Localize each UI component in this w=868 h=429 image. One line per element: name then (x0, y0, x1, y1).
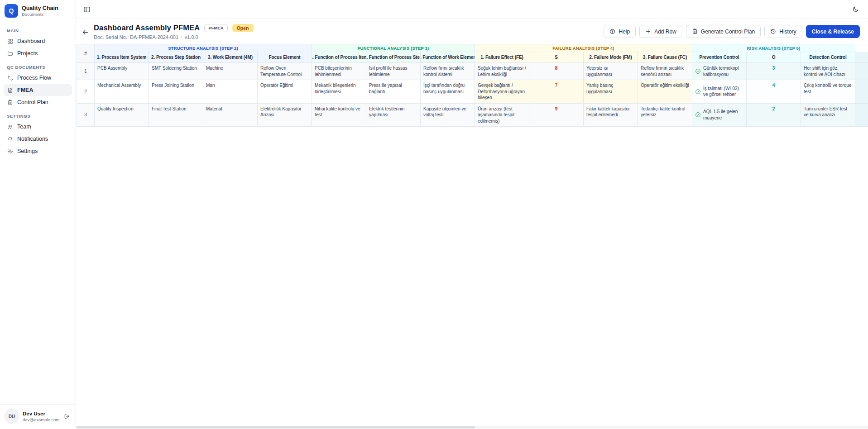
horizontal-scrollbar (76, 426, 868, 429)
sidebar-item-notifications[interactable]: Notifications (4, 133, 72, 145)
cell-func-work-element[interactable]: Reflow fırını sıcaklık kontrol sistemi (421, 63, 475, 80)
fmea-table: # STRUCTURE ANALYSIS (STEP 2)FUNCTIONAL … (77, 44, 868, 127)
sidebar-item-dashboard[interactable]: Dashboard (4, 35, 72, 47)
cell-prevention-control[interactable]: Günlük termokopl kalibrasyonu (692, 63, 747, 80)
cell-failure-cause[interactable]: Operatör eğitim eksikliği (638, 80, 692, 104)
check-circle-icon (695, 89, 701, 95)
column-header-focus-element: Focus Element (258, 52, 312, 63)
cell-detection-control[interactable]: Çıkış kontrolü ve torque test (801, 80, 855, 104)
cell-failure-effect[interactable]: Ürün arızası (test aşamasında tespit edi… (475, 104, 529, 127)
sidebar-item-projects[interactable]: Projects (4, 48, 72, 59)
dot-separator: · (181, 34, 182, 40)
column-header-row: 1. Process Item System2. Process Step St… (95, 52, 868, 63)
cell-process-step[interactable]: Press Joining Station (149, 80, 203, 104)
cell-failure-effect[interactable]: Soğuk lehim bağlantısı / Lehim eksikliği (475, 63, 529, 80)
cell-process-step[interactable]: Final Test Station (149, 104, 203, 127)
check-circle-icon (695, 68, 701, 74)
cell-cutoff (855, 80, 868, 104)
status-badge: Open (232, 24, 254, 32)
group-functional-analysis-step-3: FUNCTIONAL ANALYSIS (STEP 3) (312, 44, 475, 52)
cell-func-process-step[interactable]: Elektrik testlerinin yapılması (366, 104, 421, 127)
cell-process-item[interactable]: Quality Inspection (95, 104, 149, 127)
sidebar-item-label: Projects (17, 50, 38, 57)
cell-severity[interactable]: 8 (529, 63, 584, 80)
column-header-3-work-element-4m: 3. Work Element (4M) (203, 52, 258, 63)
prevention-text: AQL 1.5 ile gelen muayene (703, 109, 743, 121)
sidebar-item-control-plan[interactable]: Control Plan (4, 96, 72, 108)
cell-func-process-item[interactable]: PCB bileşenlerinin lehimlenmesi (312, 63, 366, 80)
history-icon (770, 29, 776, 34)
column-header-2-process-step-station: 2. Process Step Station (149, 52, 203, 63)
cell-func-process-item[interactable]: Nihai kalite kontrolü ve test (312, 104, 366, 127)
user-panel: DU Dev User dev@example.com (0, 404, 76, 429)
horizontal-scrollbar-thumb[interactable] (77, 426, 475, 429)
generate-control-plan-button[interactable]: Generate Control Plan (686, 25, 761, 38)
cell-prevention-control[interactable]: İş talimatı (WI-02) ve görsel rehber (692, 80, 747, 104)
cell-occurrence[interactable]: 3 (747, 63, 801, 80)
sidebar-item-settings[interactable]: Settings (4, 145, 72, 157)
cell-work-element[interactable]: Man (203, 80, 258, 104)
user-name: Dev User (23, 410, 59, 417)
cell-failure-effect[interactable]: Gevşek bağlantı / Deformasyona uğrayan b… (475, 80, 529, 104)
column-header-1-function-of-process-item: 1. Function of Process Item (312, 52, 366, 63)
table-body: 1PCB AssemblySMT Soldering StationMachin… (77, 63, 868, 127)
cell-failure-mode[interactable]: Fakir kaliteli kapasitor tespit edilemed… (584, 104, 638, 127)
logout-icon[interactable] (64, 413, 70, 419)
cell-focus-element[interactable]: Operatör Eğitimi (258, 80, 312, 104)
help-button[interactable]: Help (604, 25, 636, 38)
column-header-detection-control: Detection Control (801, 52, 855, 63)
column-header-s: S (529, 52, 584, 63)
prevention-text: İş talimatı (WI-02) ve görsel rehber (703, 86, 743, 98)
cell-focus-element[interactable]: Reflow Oven Temperature Control (258, 63, 312, 80)
prevention-text: Günlük termokopl kalibrasyonu (703, 65, 743, 77)
cell-failure-cause[interactable]: Reflow fırının sıcaklık sensörü arızası (638, 63, 692, 80)
cell-failure-mode[interactable]: Yetersiz ısı uygulanması (584, 63, 638, 80)
add-row-button[interactable]: Add Row (639, 25, 682, 38)
content-header: Dashboard Assembly PFMEA PFMEA Open Doc.… (76, 19, 868, 43)
cell-func-work-element[interactable]: İşçi tarafından doğru basınç uygulanması (421, 80, 475, 104)
sidebar-toggle-icon[interactable] (83, 6, 91, 13)
cell-severity[interactable]: 7 (529, 80, 584, 104)
cell-occurrence[interactable]: 4 (747, 80, 801, 104)
sidebar-nav: MAINDashboardProjectsQC DOCUMENTSProcess… (0, 22, 76, 404)
cell-func-work-element[interactable]: Kapasite ölçümleri ve voltaj testi (421, 104, 475, 127)
cell-work-element[interactable]: Material (203, 104, 258, 127)
cell-detection-control[interactable]: Tüm ürünler ESR test ve kurva analizi (801, 104, 855, 127)
cell-failure-cause[interactable]: Tedarikçi kalite kontrol yetersiz (638, 104, 692, 127)
cell-process-item[interactable]: PCB Assembly (95, 63, 149, 80)
cell-occurrence[interactable]: 2 (747, 104, 801, 127)
help-label: Help (619, 29, 630, 35)
sidebar-item-fmea[interactable]: FMEA (4, 84, 72, 96)
sidebar-item-label: Notifications (17, 136, 48, 142)
cell-failure-mode[interactable]: Yanlış basınç uygulanması (584, 80, 638, 104)
sidebar-item-team[interactable]: Team (4, 121, 72, 133)
cell-severity[interactable]: 9 (529, 104, 584, 127)
cell-detection-control[interactable]: Her shift için göz. kontrol ve AOI cihaz… (801, 63, 855, 80)
close-release-button[interactable]: Close & Release (806, 25, 860, 38)
dark-mode-icon[interactable] (852, 6, 859, 13)
cell-process-item[interactable]: Mechanical Assembly (95, 80, 149, 104)
back-icon[interactable] (82, 25, 89, 40)
check-circle-icon (695, 112, 701, 118)
cell-work-element[interactable]: Machine (203, 63, 258, 80)
plus-icon (645, 29, 651, 34)
app-header: Q Quality Chain Documents (0, 0, 76, 22)
cell-func-process-item[interactable]: Mekanik bileşenlerin birleştirilmesi (312, 80, 366, 104)
sidebar-item-label: Settings (17, 148, 38, 154)
history-button[interactable]: History (764, 25, 802, 38)
cell-func-process-step[interactable]: Press ile yapısal bağlantı (366, 80, 421, 104)
main-area: Dashboard Assembly PFMEA PFMEA Open Doc.… (76, 0, 868, 429)
row-number: 3 (77, 104, 95, 127)
doc-type-badge: PFMEA (204, 24, 227, 32)
cell-focus-element[interactable]: Elektrolitik Kapasitor Arızası (258, 104, 312, 127)
column-header-prevention-control: Prevention Control (692, 52, 747, 63)
sidebar-item-label: Dashboard (17, 38, 45, 44)
section-label: SETTINGS (0, 109, 76, 120)
cell-process-step[interactable]: SMT Soldering Station (149, 63, 203, 80)
clipboard-icon (7, 100, 13, 105)
sidebar-item-label: FMEA (17, 87, 33, 93)
avatar: DU (5, 409, 19, 424)
sidebar-item-process-flow[interactable]: Process Flow (4, 72, 72, 84)
cell-prevention-control[interactable]: AQL 1.5 ile gelen muayene (692, 104, 747, 127)
cell-func-process-step[interactable]: Isıl profil ile hassas lehimleme (366, 63, 421, 80)
